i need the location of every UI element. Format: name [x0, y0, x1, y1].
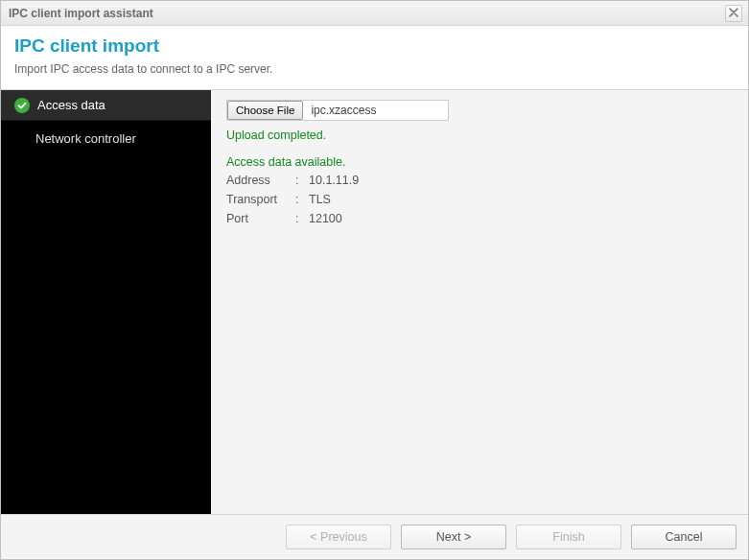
row-port: Port : 12100: [226, 209, 733, 228]
transport-value: TLS: [309, 190, 331, 209]
content: Choose File ipc.xzaccess Upload complete…: [211, 90, 748, 514]
access-available-status: Access data available.: [226, 155, 733, 169]
sidebar-item-network-controller[interactable]: Network controller: [1, 121, 211, 157]
chosen-filename: ipc.xzaccess: [303, 101, 384, 120]
address-label: Address: [226, 171, 295, 190]
page-title: IPC client import: [14, 35, 735, 57]
choose-file-button[interactable]: Choose File: [227, 101, 303, 120]
next-button[interactable]: Next >: [401, 525, 506, 549]
finish-button: Finish: [516, 525, 621, 549]
row-address: Address : 10.1.11.9: [226, 171, 733, 190]
upload-status: Upload completed.: [226, 128, 733, 142]
page-subtitle: Import IPC access data to connect to a I…: [14, 62, 735, 76]
address-value: 10.1.11.9: [309, 171, 359, 190]
port-label: Port: [226, 209, 295, 228]
transport-label: Transport: [226, 190, 295, 209]
dialog: IPC client import assistant IPC client i…: [0, 0, 749, 560]
window-title: IPC client import assistant: [9, 7, 153, 20]
check-circle-icon: [14, 98, 30, 113]
previous-button: < Previous: [286, 525, 391, 549]
header: IPC client import Import IPC access data…: [1, 26, 748, 90]
sidebar-item-label: Network controller: [35, 131, 136, 146]
port-value: 12100: [309, 209, 342, 228]
footer: < Previous Next > Finish Cancel: [1, 515, 748, 559]
cancel-button[interactable]: Cancel: [631, 525, 737, 549]
sidebar: Access data Network controller: [1, 90, 211, 514]
close-button[interactable]: [725, 5, 742, 22]
access-data-details: Address : 10.1.11.9 Transport : TLS Port…: [226, 171, 733, 228]
sidebar-item-access-data[interactable]: Access data: [1, 90, 211, 121]
sidebar-item-label: Access data: [37, 98, 105, 112]
close-icon: [729, 7, 738, 20]
body: Access data Network controller Choose Fi…: [1, 90, 748, 515]
file-chooser: Choose File ipc.xzaccess: [226, 100, 449, 121]
titlebar: IPC client import assistant: [1, 1, 748, 26]
row-transport: Transport : TLS: [226, 190, 733, 209]
